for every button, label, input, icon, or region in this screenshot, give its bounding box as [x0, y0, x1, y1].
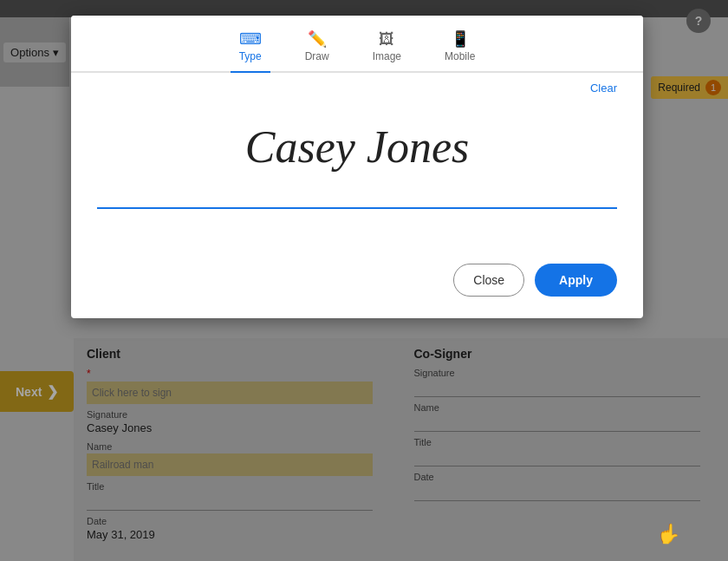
signature-display: Casey Jones — [97, 90, 617, 203]
tab-draw-label: Draw — [305, 50, 329, 62]
apply-button[interactable]: Apply — [535, 264, 617, 297]
mobile-icon: 📱 — [451, 31, 470, 47]
apply-label: Apply — [559, 273, 593, 287]
tab-image-label: Image — [373, 50, 401, 62]
signature-text: Casey Jones — [245, 121, 469, 173]
tab-type-label: Type — [239, 50, 262, 62]
tab-image[interactable]: 🖼 Image — [364, 26, 410, 71]
signature-underline — [97, 207, 617, 209]
close-button[interactable]: Close — [453, 264, 524, 297]
draw-icon: ✏️ — [308, 31, 327, 47]
tab-mobile[interactable]: 📱 Mobile — [436, 26, 484, 71]
modal-footer: Close Apply — [71, 246, 643, 318]
tab-mobile-label: Mobile — [445, 50, 475, 62]
tab-draw[interactable]: ✏️ Draw — [296, 26, 338, 71]
tab-type[interactable]: ⌨ Type — [231, 26, 270, 73]
keyboard-icon: ⌨ — [239, 31, 262, 47]
image-icon: 🖼 — [379, 31, 394, 47]
modal-tabs: ⌨ Type ✏️ Draw 🖼 Image 📱 Mobile — [71, 16, 643, 73]
signature-modal: ⌨ Type ✏️ Draw 🖼 Image 📱 Mobile Clear Ca… — [71, 16, 643, 318]
clear-link[interactable]: Clear — [590, 82, 617, 95]
clear-label: Clear — [590, 82, 617, 95]
signature-area: Clear Casey Jones — [71, 73, 643, 246]
close-label: Close — [473, 273, 504, 287]
